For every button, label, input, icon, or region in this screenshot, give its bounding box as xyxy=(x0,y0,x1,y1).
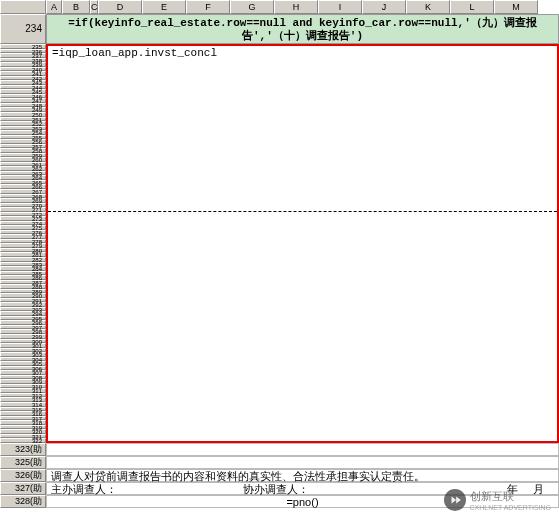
row-header-323[interactable]: 323(助 xyxy=(0,443,46,456)
row-header-234[interactable]: 234 xyxy=(0,14,46,44)
row-327-cell[interactable]: 主办调查人： 协办调查人： 年 月 xyxy=(46,482,559,495)
responsibility-text: 调查人对贷前调查报告书的内容和资料的真实性、合法性承担事实认定责任。 xyxy=(51,470,425,482)
selection-box: =iqp_loan_app.invst_concl xyxy=(46,44,559,443)
row-326-cell[interactable]: 调查人对贷前调查报告书的内容和资料的真实性、合法性承担事实认定责任。 xyxy=(46,469,559,482)
pno-formula: =pno() xyxy=(286,496,318,508)
loan-formula-cell[interactable]: =iqp_loan_app.invst_concl xyxy=(48,46,557,58)
row-328-cell[interactable]: =pno() xyxy=(46,495,559,508)
row-header-325[interactable]: 325(助 xyxy=(0,456,46,469)
row-headers-column: 234 235236237238239240241242243244245246… xyxy=(0,0,46,517)
col-header-b[interactable]: B xyxy=(62,0,90,14)
col-header-g[interactable]: G xyxy=(230,0,274,14)
month-label: 月 xyxy=(533,483,544,495)
col-header-a[interactable]: A xyxy=(46,0,62,14)
row-header-327[interactable]: 327(助 xyxy=(0,482,46,495)
corner-cell[interactable] xyxy=(0,0,46,14)
main-investigator-label: 主办调查人： xyxy=(51,483,117,495)
dashed-separator xyxy=(48,211,557,212)
formula-cell-234[interactable]: =if(keyinfo_real_estate.row==null and ke… xyxy=(46,14,559,44)
col-header-c[interactable]: C xyxy=(90,0,98,14)
year-label: 年 xyxy=(507,483,518,495)
col-header-f[interactable]: F xyxy=(186,0,230,14)
col-header-e[interactable]: E xyxy=(142,0,186,14)
col-header-h[interactable]: H xyxy=(274,0,318,14)
col-header-k[interactable]: K xyxy=(406,0,450,14)
co-investigator-label: 协办调查人： xyxy=(243,483,309,495)
col-header-l[interactable]: L xyxy=(450,0,494,14)
row-325-cell[interactable] xyxy=(46,456,559,469)
grid-content: ABCDEFGHIJKLM =if(keyinfo_real_estate.ro… xyxy=(46,0,559,517)
col-header-j[interactable]: J xyxy=(362,0,406,14)
col-header-d[interactable]: D xyxy=(98,0,142,14)
row-header-326[interactable]: 326(助 xyxy=(0,469,46,482)
col-header-m[interactable]: M xyxy=(494,0,538,14)
row-header-328[interactable]: 328(助 xyxy=(0,495,46,508)
col-header-i[interactable]: I xyxy=(318,0,362,14)
column-headers: ABCDEFGHIJKLM xyxy=(46,0,559,14)
row-323-cell[interactable] xyxy=(46,443,559,456)
